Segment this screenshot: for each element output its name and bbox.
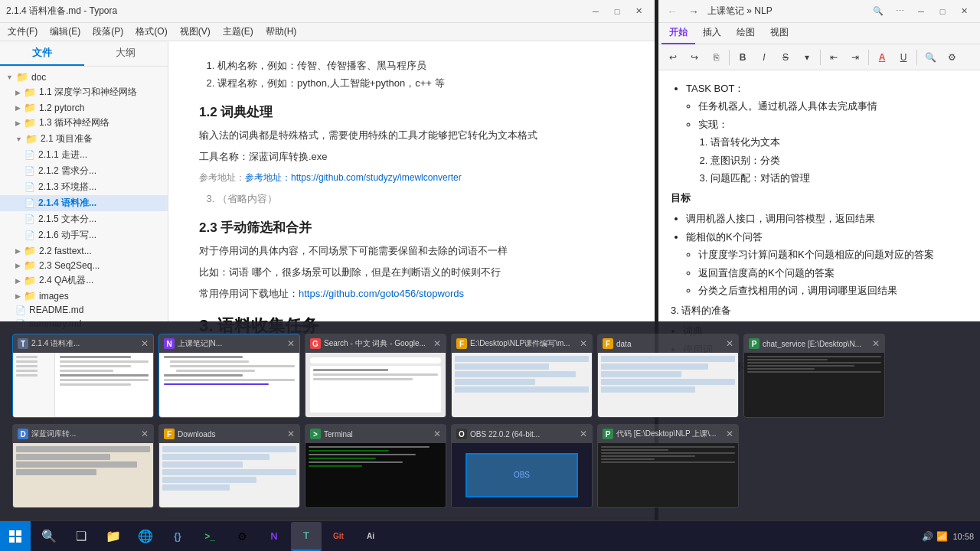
- switcher-item-data[interactable]: F data ✕: [597, 334, 739, 418]
- taskbar-search[interactable]: 🔍: [34, 522, 64, 551]
- tab-start[interactable]: 开始: [662, 23, 695, 44]
- menu-help[interactable]: 帮助(H): [261, 24, 302, 41]
- search-button[interactable]: 🔍: [920, 48, 940, 67]
- ai-taskbar-icon: Ai: [367, 532, 374, 540]
- tree-item-215[interactable]: 📄 2.1.5 文本分...: [0, 211, 168, 227]
- tree-item-doc[interactable]: ▼ 📁 doc: [0, 70, 168, 84]
- italic-button[interactable]: I: [754, 48, 774, 67]
- chevron-right-icon: ▶: [15, 262, 21, 269]
- notes-toolbar: ↩ ↪ ⎘ B I S ▾ ⇤ ⇥ A U 🔍 ⚙: [658, 44, 980, 70]
- switcher-item-obs[interactable]: O OBS 22.0.2 (64-bit... ✕ OBS: [451, 424, 593, 508]
- notes-sub-ol: 语音转化为文本 意图识别：分类 问题匹配：对话的管理: [698, 133, 968, 187]
- switcher-close-obs[interactable]: ✕: [580, 429, 587, 439]
- notes-options-button[interactable]: ⋯: [890, 4, 910, 19]
- notes-list-b: TASK BOT： 任务机器人。通过机器人具体去完成事情 实现： 语音转化为文本…: [671, 80, 968, 187]
- taskbar-explorer[interactable]: 📁: [98, 522, 129, 551]
- taskbar-onenote[interactable]: N: [259, 522, 289, 551]
- start-button[interactable]: [0, 521, 31, 552]
- taskbar-vscode[interactable]: {}: [162, 522, 193, 551]
- notes-search-button[interactable]: 🔍: [868, 4, 888, 19]
- taskbar-typora[interactable]: T: [291, 522, 322, 551]
- switcher-close-typora[interactable]: ✕: [141, 338, 149, 349]
- maximize-button[interactable]: □: [607, 4, 627, 19]
- tree-item-images[interactable]: ▶ 📁 images: [0, 289, 168, 303]
- back-button[interactable]: ←: [665, 5, 680, 18]
- switcher-close-data[interactable]: ✕: [726, 338, 733, 349]
- tab-view[interactable]: 视图: [763, 23, 796, 44]
- indent-dec-button[interactable]: ⇤: [824, 48, 844, 67]
- tree-item-21[interactable]: ▼ 📁 2.1 项目准备: [0, 131, 168, 147]
- tree-item-211[interactable]: 📄 2.1.1 走进...: [0, 147, 168, 163]
- menu-file[interactable]: 文件(F): [3, 24, 42, 41]
- highlight-button[interactable]: A: [872, 48, 892, 67]
- tab-draw[interactable]: 绘图: [729, 23, 763, 44]
- strikethrough-button[interactable]: S: [776, 48, 795, 67]
- tree-item-24[interactable]: ▶ 📁 2.4 QA机器...: [0, 272, 168, 289]
- switcher-item-typora[interactable]: T 2.1.4 语料准... ✕: [12, 334, 154, 418]
- chevron-right-icon: ▶: [15, 104, 21, 112]
- tree-item-1[interactable]: ▶ 📁 1.1 深度学习和神经网络: [0, 84, 168, 100]
- tree-item-3[interactable]: ▶ 📁 1.3 循环神经网络: [0, 115, 168, 131]
- notes-close-button[interactable]: ✕: [954, 4, 974, 19]
- switcher-item-downloads[interactable]: F Downloads ✕: [158, 424, 300, 508]
- tree-item-216[interactable]: 📄 2.1.6 动手写...: [0, 227, 168, 243]
- indent-inc-button[interactable]: ⇥: [845, 48, 865, 67]
- switcher-item-chrome[interactable]: G Search - 中文 词典 - Google... ✕: [305, 334, 446, 418]
- underline-button[interactable]: U: [893, 48, 913, 67]
- taskbar-control[interactable]: ⚙: [227, 522, 257, 551]
- tree-item-2[interactable]: ▶ 📁 1.2 pytorch: [0, 100, 168, 115]
- notes-minimize-button[interactable]: ─: [911, 4, 931, 19]
- switcher-close-downloads[interactable]: ✕: [287, 429, 295, 439]
- file-icon: 📄: [24, 150, 35, 160]
- tab-insert[interactable]: 插入: [695, 23, 729, 44]
- switcher-close-notes[interactable]: ✕: [287, 338, 295, 349]
- menu-format[interactable]: 格式(O): [131, 24, 172, 41]
- folder-icon: 📁: [25, 133, 38, 145]
- switcher-close-code[interactable]: ✕: [726, 429, 733, 439]
- tree-item-214[interactable]: 📄 2.1.4 语料准...: [0, 195, 168, 211]
- close-button[interactable]: ✕: [629, 4, 648, 19]
- sidebar-tab-outline[interactable]: 大纲: [84, 41, 168, 66]
- taskbar-git[interactable]: Git: [323, 522, 354, 551]
- taskbar-task-view[interactable]: ❑: [66, 522, 96, 551]
- tree-item-readme[interactable]: 📄 README.md: [0, 303, 168, 317]
- redo-button[interactable]: ↪: [684, 48, 704, 67]
- switcher-item-explorer1[interactable]: F E:\Desktop\NLP课件编写\m... ✕: [451, 334, 593, 418]
- tree-item-22[interactable]: ▶ 📁 2.2 fasttext...: [0, 243, 168, 258]
- switcher-item-code[interactable]: P 代码 [E:\Desktop\NLP 上课\... ✕: [597, 424, 739, 508]
- options-button[interactable]: ⚙: [942, 48, 962, 67]
- copy-button[interactable]: ⎘: [706, 48, 726, 67]
- switcher-close-explorer1[interactable]: ✕: [580, 338, 587, 349]
- notes-maximize-button[interactable]: □: [933, 4, 952, 19]
- explorer1-app-icon: F: [456, 338, 467, 349]
- tree-item-213[interactable]: 📄 2.1.3 环境搭...: [0, 179, 168, 195]
- switcher-item-shenlan[interactable]: D 深蓝词库转... ✕: [12, 424, 154, 508]
- menu-theme[interactable]: 主题(E): [218, 24, 258, 41]
- taskbar-terminal2[interactable]: >_: [194, 522, 225, 551]
- menu-edit[interactable]: 编辑(E): [45, 24, 85, 41]
- switcher-close-shenlan[interactable]: ✕: [141, 429, 149, 439]
- code-app-icon: P: [603, 429, 613, 439]
- bold-button[interactable]: B: [733, 48, 753, 67]
- forward-button[interactable]: →: [686, 5, 701, 18]
- tree-item-23[interactable]: ▶ 📁 2.3 Seq2Seq...: [0, 258, 168, 272]
- switcher-item-chat[interactable]: P chat_service [E:\Desktop\N... ✕: [743, 334, 885, 418]
- more-format-button[interactable]: ▾: [797, 48, 817, 67]
- switcher-close-chrome[interactable]: ✕: [433, 338, 441, 349]
- tree-item-212[interactable]: 📄 2.1.2 需求分...: [0, 163, 168, 179]
- switcher-close-terminal[interactable]: ✕: [433, 429, 441, 439]
- taskbar-ai[interactable]: Ai: [355, 522, 386, 551]
- typora-menubar: 文件(F) 编辑(E) 段落(P) 格式(O) 视图(V) 主题(E) 帮助(H…: [0, 23, 655, 41]
- switcher-preview-explorer1: [452, 353, 592, 417]
- switcher-item-notes[interactable]: N 上课笔记|N... ✕: [158, 334, 300, 418]
- sidebar-tab-file[interactable]: 文件: [0, 41, 84, 66]
- switcher-item-terminal[interactable]: > Terminal ✕: [305, 424, 446, 508]
- list-item-bi: 任务机器人。通过机器人具体去完成事情: [698, 97, 968, 115]
- taskbar-browser[interactable]: 🌐: [130, 522, 161, 551]
- menu-paragraph[interactable]: 段落(P): [88, 24, 128, 41]
- undo-button[interactable]: ↩: [663, 48, 683, 67]
- heading-2-3: 2.3 手动筛选和合并: [199, 219, 624, 236]
- menu-view[interactable]: 视图(V): [175, 24, 215, 41]
- switcher-close-chat[interactable]: ✕: [872, 338, 880, 349]
- minimize-button[interactable]: ─: [586, 4, 606, 19]
